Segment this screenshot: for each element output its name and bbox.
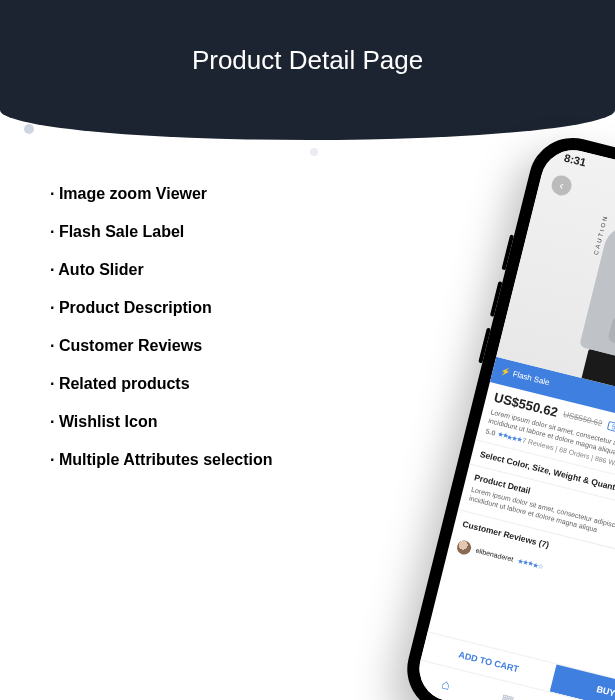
flash-sale-label: Flash Sale [500,367,551,388]
home-icon[interactable]: ⌂ [440,675,452,693]
feature-item: Related products [50,375,370,393]
feature-item: Multiple Attributes selection [50,451,370,469]
avatar [456,539,473,556]
phone-mockup: 8:31 ‹ CAUTION Flash Sale [398,129,615,700]
sleeve-text: CAUTION [593,214,609,255]
reviewer-name: elibenaderet [475,547,514,563]
feature-item: Flash Sale Label [50,223,370,241]
feature-item: Product Description [50,299,370,317]
feature-item: Auto Slider [50,261,370,279]
page-title: Product Detail Page [192,45,423,76]
phone-frame: 8:31 ‹ CAUTION Flash Sale [398,129,615,700]
chevron-left-icon: ‹ [558,178,565,193]
feature-list: Image zoom Viewer Flash Sale Label Auto … [50,185,370,489]
decor-dot [310,148,318,156]
feature-item: Wishlist Icon [50,413,370,431]
feature-item: Image zoom Viewer [50,185,370,203]
star-icon: ★★★★☆ [517,557,543,571]
rating-value: 5.0 [485,427,496,436]
feature-item: Customer Reviews [50,337,370,355]
decor-dot [24,124,34,134]
phone-screen: 8:31 ‹ CAUTION Flash Sale [412,143,615,700]
model-illustration: CAUTION [562,179,615,405]
page-header: Product Detail Page [0,0,615,140]
grid-icon[interactable]: ▦ [499,690,515,700]
